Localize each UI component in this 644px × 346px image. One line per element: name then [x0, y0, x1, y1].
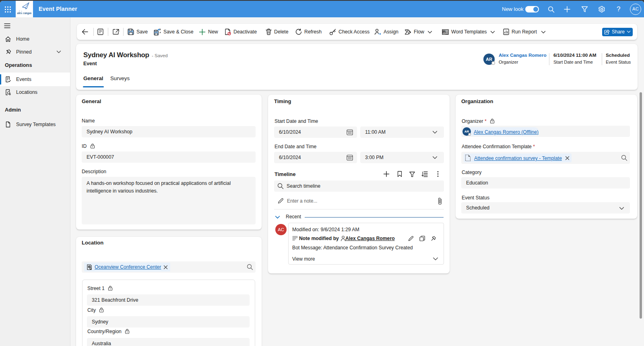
svg-text:alex cangas: alex cangas: [17, 11, 32, 15]
svg-text:W: W: [443, 30, 446, 33]
